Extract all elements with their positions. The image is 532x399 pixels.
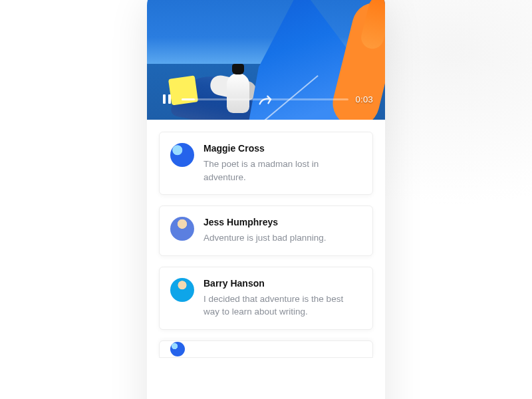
- pause-button[interactable]: [159, 91, 175, 107]
- progress-bar[interactable]: [182, 98, 348, 100]
- avatar: [170, 217, 194, 241]
- comment-text: The poet is a madman lost in adventure.: [203, 158, 360, 184]
- comment-text: I decided that adventure is the best way…: [203, 293, 360, 319]
- avatar: [170, 143, 194, 167]
- comment-card[interactable]: Maggie Cross The poet is a madman lost i…: [159, 132, 373, 195]
- progress-fill: [182, 98, 195, 100]
- avatar: [170, 342, 185, 356]
- comment-card[interactable]: Barry Hanson I decided that adventure is…: [159, 267, 373, 330]
- video-time: 0:03: [355, 94, 373, 104]
- comment-list: Maggie Cross The poet is a madman lost i…: [147, 120, 385, 399]
- comment-author: Maggie Cross: [203, 143, 360, 154]
- comment-author: Barry Hanson: [203, 278, 360, 289]
- comment-author: Jess Humphreys: [203, 217, 360, 227]
- avatar: [170, 278, 194, 302]
- video-controls: 0:03: [147, 85, 385, 120]
- comment-text: Adventure is just bad planning.: [203, 231, 360, 245]
- video-player[interactable]: 0:03: [147, 0, 385, 120]
- phone-mock: 0:03 Maggie Cross The poet is a madman l…: [147, 0, 385, 399]
- comment-card[interactable]: Jess Humphreys Adventure is just bad pla…: [159, 205, 373, 256]
- app-frame: 0:03 Maggie Cross The poet is a madman l…: [0, 0, 532, 399]
- comment-card-peek[interactable]: [159, 340, 373, 358]
